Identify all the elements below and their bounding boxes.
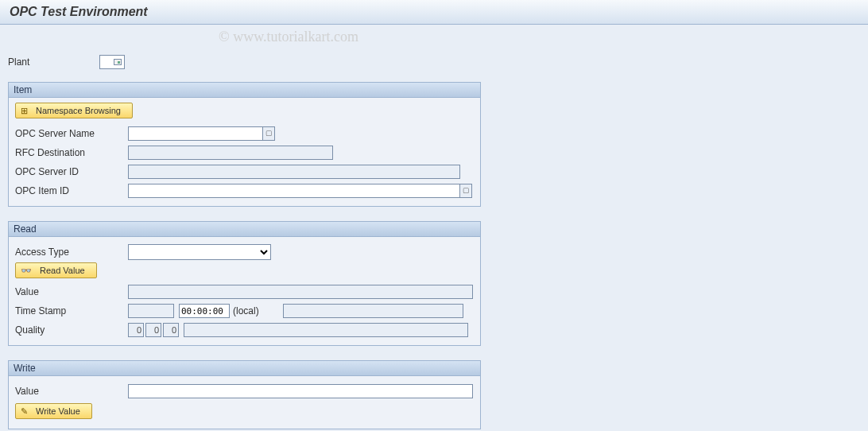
tree-icon: ⊞ <box>21 106 28 116</box>
read-value-label: Read Value <box>40 266 85 275</box>
pencil-icon: ✎ <box>21 406 28 417</box>
namespace-browsing-label: Namespace Browsing <box>36 106 121 115</box>
read-value-button[interactable]: 👓 Read Value <box>15 262 97 278</box>
namespace-browsing-button[interactable]: ⊞ Namespace Browsing <box>15 103 133 118</box>
opc-item-id-f4-icon[interactable]: ▢ <box>459 184 472 198</box>
opc-server-name-f4-icon[interactable]: ▢ <box>262 126 275 141</box>
time-stamp-time[interactable] <box>179 304 230 318</box>
plant-input[interactable] <box>100 56 113 68</box>
read-group-header: Read <box>9 222 480 237</box>
rfc-destination-value <box>128 146 333 160</box>
rfc-destination-label: RFC Destination <box>15 147 128 158</box>
time-stamp-extra <box>283 304 463 318</box>
read-group: Read Access Type 👓 Read Value Value Time… <box>8 221 481 346</box>
glasses-icon: 👓 <box>21 266 32 276</box>
opc-server-id-label: OPC Server ID <box>15 166 128 177</box>
quality-v1: 0 <box>128 323 144 337</box>
opc-server-name-input[interactable] <box>128 126 263 141</box>
read-value-display <box>128 285 473 299</box>
page-title: OPC Test Environment <box>0 0 868 25</box>
item-group-header: Item <box>9 83 480 98</box>
quality-label: Quality <box>15 324 128 336</box>
access-type-select[interactable] <box>128 244 271 260</box>
write-value-label: Value <box>15 386 128 397</box>
opc-item-id-label: OPC Item ID <box>15 185 128 196</box>
item-group: Item ⊞ Namespace Browsing OPC Server Nam… <box>8 82 481 207</box>
plant-label: Plant <box>8 56 99 68</box>
quality-v2: 0 <box>145 323 161 337</box>
opc-server-id-value <box>128 165 460 179</box>
opc-item-id-input[interactable] <box>128 184 460 198</box>
access-type-label: Access Type <box>15 247 128 258</box>
quality-v3: 0 <box>163 323 179 337</box>
time-stamp-suffix: (local) <box>233 305 259 316</box>
quality-text <box>184 323 468 337</box>
write-value-btn-label: Write Value <box>36 406 80 416</box>
write-group: Write Value ✎ Write Value <box>8 360 481 429</box>
write-value-button[interactable]: ✎ Write Value <box>15 403 92 419</box>
plant-f4-icon[interactable] <box>114 59 122 65</box>
write-group-header: Write <box>9 361 480 376</box>
plant-row: Plant <box>8 55 860 69</box>
read-value-label-text: Value <box>15 286 128 297</box>
time-stamp-date <box>128 304 174 318</box>
time-stamp-label: Time Stamp <box>15 305 128 316</box>
opc-server-name-label: OPC Server Name <box>15 128 128 139</box>
write-value-input[interactable] <box>128 384 473 398</box>
